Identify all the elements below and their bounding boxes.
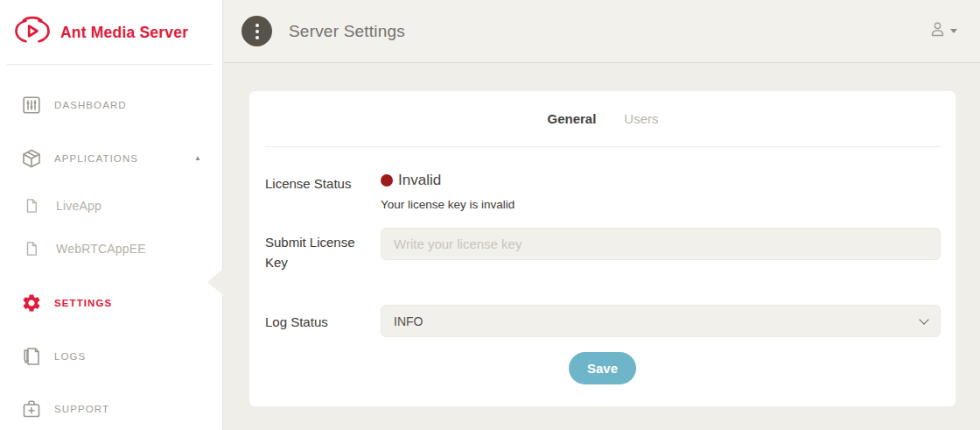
sidebar-item-label: LiveApp (56, 199, 102, 213)
license-status-description: Your license key is invalid (381, 198, 941, 211)
sidebar-divider (7, 64, 212, 65)
log-status-select[interactable]: INFO (381, 305, 941, 337)
sidebar: Ant Media Server DASHBOARD (0, 0, 223, 430)
sidebar-item-label: APPLICATIONS (54, 153, 138, 164)
sidebar-item-liveapp[interactable]: LiveApp (0, 188, 222, 223)
sidebar-item-label: SETTINGS (54, 298, 112, 308)
save-row: Save (249, 352, 956, 384)
collapse-up-icon[interactable]: ▲ (194, 155, 201, 162)
sidebar-item-label: SUPPORT (54, 404, 109, 414)
dashboard-sliders-icon (21, 95, 42, 116)
log-status-label: Log Status (265, 305, 381, 337)
tab-general[interactable]: General (547, 111, 596, 126)
main-area: General Users License Status Invalid You… (224, 63, 980, 429)
sidebar-item-label: DASHBOARD (54, 100, 127, 110)
sidebar-item-webrtcappee[interactable]: WebRTCAppEE (0, 231, 222, 266)
license-status-value: Invalid (381, 172, 941, 189)
ant-media-logo-icon (14, 15, 51, 51)
sidebar-item-logs[interactable]: LOGS (0, 335, 222, 377)
status-dot-icon (381, 174, 393, 187)
header: Server Settings (224, 0, 980, 63)
gear-icon (21, 292, 42, 314)
save-button[interactable]: Save (569, 352, 636, 384)
status-text: Invalid (398, 172, 441, 189)
sidebar-item-label: WebRTCAppEE (56, 242, 146, 256)
log-status-row: Log Status INFO (249, 305, 956, 337)
license-status-row: License Status Invalid Your license key … (249, 172, 956, 211)
license-key-input[interactable] (381, 228, 941, 260)
page-title: Server Settings (289, 22, 405, 41)
brand[interactable]: Ant Media Server (0, 0, 222, 64)
brand-name: Ant Media Server (60, 24, 188, 42)
sidebar-item-settings[interactable]: SETTINGS (0, 282, 222, 324)
license-key-row: Submit License Key (249, 228, 956, 272)
file-icon (21, 198, 42, 214)
settings-card: General Users License Status Invalid You… (249, 91, 956, 406)
sidebar-nav: DASHBOARD APPLICATIONS ▲ (0, 84, 222, 430)
license-status-label: License Status (265, 172, 381, 211)
active-item-notch (207, 268, 224, 296)
vertical-dots-icon (256, 24, 259, 39)
content: Server Settings General Users Lice (224, 0, 980, 430)
support-kit-icon (21, 398, 42, 419)
header-menu-button[interactable] (242, 16, 272, 46)
file-icon (21, 241, 42, 257)
sidebar-item-support[interactable]: SUPPORT (0, 388, 222, 430)
sidebar-item-label: LOGS (54, 351, 86, 362)
applications-box-icon (21, 148, 42, 169)
chevron-down-icon (950, 29, 957, 33)
sidebar-item-applications[interactable]: APPLICATIONS ▲ (0, 137, 222, 180)
person-icon (928, 20, 947, 42)
sidebar-item-dashboard[interactable]: DASHBOARD (0, 84, 222, 126)
logs-document-icon (21, 346, 42, 367)
tab-users[interactable]: Users (624, 111, 658, 126)
license-key-label: Submit License Key (265, 228, 381, 272)
user-menu[interactable] (928, 20, 957, 42)
tabs: General Users (265, 91, 941, 147)
app-root: Ant Media Server DASHBOARD (0, 0, 980, 430)
